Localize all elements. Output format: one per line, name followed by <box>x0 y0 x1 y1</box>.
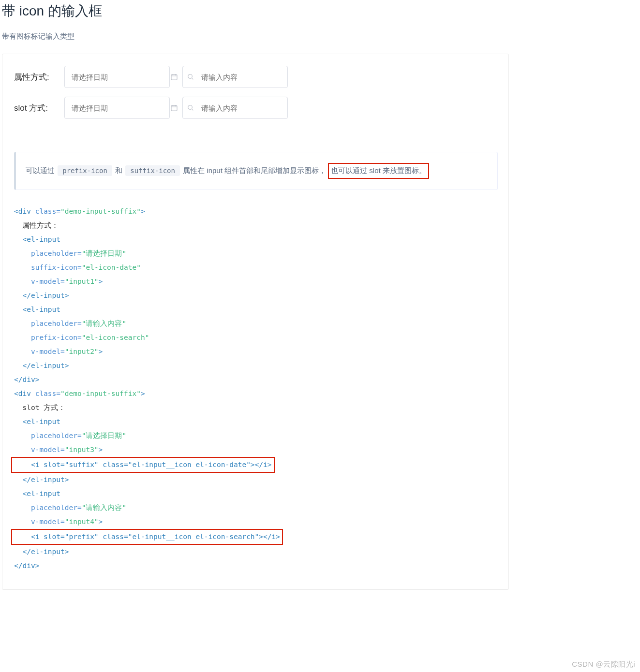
code-token: </el-input> <box>14 292 69 299</box>
search-field[interactable] <box>194 73 300 81</box>
demo-row-slot: slot 方式: <box>14 97 497 119</box>
svg-point-3 <box>188 105 193 110</box>
code-token: > <box>99 518 103 526</box>
code-highlight-suffix-slot: <i slot="suffix" class="el-input__icon e… <box>11 457 275 473</box>
code-token: </el-input> <box>14 548 69 555</box>
svg-point-1 <box>188 74 193 79</box>
code-token: "input4" <box>65 518 99 526</box>
search-field[interactable] <box>194 104 300 112</box>
row-label-slot: slot 方式: <box>14 102 64 114</box>
svg-rect-0 <box>171 74 177 80</box>
code-token: <div <box>14 390 31 397</box>
code-token: "input3" <box>65 446 99 453</box>
code-token: "请输入内容" <box>82 320 126 327</box>
note-text: 和 <box>115 166 124 175</box>
usage-note: 可以通过 prefix-icon 和 suffix-icon 属性在 input… <box>14 152 498 190</box>
code-token: "请输入内容" <box>82 504 126 511</box>
calendar-icon <box>170 73 182 81</box>
code-token: class= <box>31 207 60 215</box>
date-field[interactable] <box>65 73 170 81</box>
page-title: 带 icon 的输入框 <box>2 2 640 20</box>
code-token: </div> <box>14 376 39 383</box>
code-token: <el-input <box>14 490 60 497</box>
code-token: v-model= <box>14 348 65 355</box>
code-token: v-model= <box>14 278 65 285</box>
note-text: 属性在 input 组件首部和尾部增加显示图标， <box>183 166 326 175</box>
demo-row-attribute: 属性方式: <box>14 66 497 88</box>
code-prefix-icon: prefix-icon <box>58 165 112 176</box>
code-token: "input2" <box>65 348 99 355</box>
code-token: <el-input <box>14 418 60 425</box>
code-token: prefix-icon= <box>14 334 82 341</box>
code-token: "请选择日期" <box>82 249 126 257</box>
code-token: > <box>141 390 145 397</box>
note-highlight: 也可以通过 slot 来放置图标。 <box>328 163 429 179</box>
date-input-slot[interactable] <box>64 97 170 119</box>
code-sample: <div class="demo-input-suffix"> 属性方式： <e… <box>14 205 521 573</box>
code-token: </div> <box>14 562 39 570</box>
code-token: "el-icon-date" <box>82 263 141 271</box>
code-token: > <box>99 278 103 285</box>
code-token: placeholder= <box>14 320 82 327</box>
demo-card: 属性方式: slot 方式: <box>2 54 509 590</box>
code-token: v-model= <box>14 518 65 526</box>
code-token: "demo-input-suffix" <box>60 390 141 397</box>
code-token: > <box>99 446 103 453</box>
code-token: <i slot="prefix" class="el-input__icon e… <box>14 533 280 541</box>
code-token: v-model= <box>14 446 65 453</box>
search-icon <box>183 73 194 81</box>
code-token: "input1" <box>65 278 99 285</box>
code-block: <div class="demo-input-suffix"> 属性方式： <e… <box>14 205 521 573</box>
note-text: 可以通过 <box>26 166 57 175</box>
code-highlight-prefix-slot: <i slot="prefix" class="el-input__icon e… <box>11 529 283 545</box>
date-input-attr[interactable] <box>64 66 170 88</box>
svg-rect-2 <box>171 105 177 111</box>
code-token: <i slot="suffix" class="el-input__icon e… <box>14 461 272 468</box>
code-token: "demo-input-suffix" <box>60 207 141 215</box>
code-suffix-icon: suffix-icon <box>125 165 180 176</box>
search-icon <box>183 104 194 112</box>
code-token: </el-input> <box>14 476 69 483</box>
code-token: <el-input <box>14 235 60 243</box>
code-token: placeholder= <box>14 504 82 511</box>
code-token: placeholder= <box>14 432 82 439</box>
page-subtitle: 带有图标标记输入类型 <box>2 32 640 41</box>
code-token: > <box>141 207 145 215</box>
code-token: slot 方式： <box>14 404 65 411</box>
code-token: "el-icon-search" <box>82 334 149 341</box>
date-field[interactable] <box>65 104 170 112</box>
search-input-slot[interactable] <box>182 97 288 119</box>
code-token: "请选择日期" <box>82 432 126 439</box>
search-input-attr[interactable] <box>182 66 288 88</box>
code-token: class= <box>31 390 60 397</box>
code-token: > <box>99 348 103 355</box>
code-token: suffix-icon= <box>14 263 82 271</box>
calendar-icon <box>170 104 182 112</box>
row-label-attribute: 属性方式: <box>14 72 64 83</box>
code-token: </el-input> <box>14 362 69 369</box>
code-token: placeholder= <box>14 249 82 257</box>
code-token: 属性方式： <box>14 221 59 229</box>
code-token: <el-input <box>14 306 60 313</box>
code-token: <div <box>14 207 31 215</box>
